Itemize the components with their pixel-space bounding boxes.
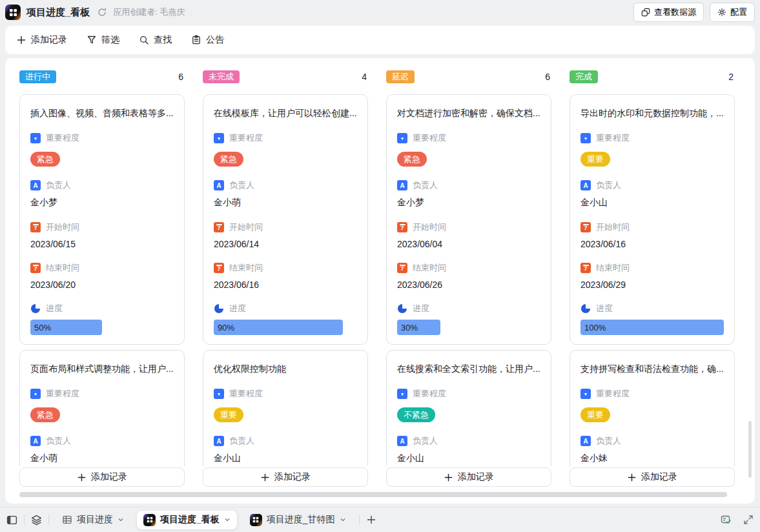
chevron-down-icon <box>340 517 346 523</box>
column-card-list: 在线模板库，让用户可以轻松创建... ▼ 重要程度 紧急 A 负责人 金小萌 7… <box>203 94 368 466</box>
divider <box>359 515 360 525</box>
owner-field-label-row: A 负责人 <box>30 435 174 447</box>
date-field-icon: 7 <box>214 222 224 232</box>
tab-grid-view[interactable]: 项目进度 <box>56 511 130 529</box>
priority-field-label-row: ▼ 重要程度 <box>397 132 540 144</box>
owner-field-label-row: A 负责人 <box>397 435 540 447</box>
priority-field-label-row: ▼ 重要程度 <box>30 388 174 400</box>
end-value: 2023/06/20 <box>30 280 174 290</box>
progress-field-label: 进度 <box>596 303 613 314</box>
owner-value: 金小山 <box>214 453 357 464</box>
app-logo-icon <box>5 5 21 20</box>
priority-field-label-row: ▼ 重要程度 <box>214 132 357 144</box>
priority-field-label-row: ▼ 重要程度 <box>397 388 540 400</box>
top-header: 项目进度_看板 应用创建者: 毛燕庆 查看数据源 配置 <box>0 0 760 25</box>
kanban-card[interactable]: 导出时的水印和元数据控制功能，... ▼ 重要程度 重要 A 负责人 金小山 7… <box>570 94 735 345</box>
add-record-column-button[interactable]: 添加记录 <box>19 467 185 487</box>
column-header: 完成 2 <box>570 70 735 84</box>
toolbar: 添加记录 筛选 查找 公告 <box>5 26 755 54</box>
single-select-field-icon: ▼ <box>30 133 41 143</box>
add-record-toolbar-label: 添加记录 <box>31 34 67 46</box>
end-field-label-row: 7 结束时间 <box>214 262 357 274</box>
end-field-label-row: 7 结束时间 <box>397 262 540 274</box>
kanban-card[interactable]: 支持拼写检查和语法检查功能，确... ▼ 重要程度 重要 A 负责人 金小妹 7… <box>570 350 735 466</box>
view-data-source-button[interactable]: 查看数据源 <box>633 3 704 22</box>
date-field-icon: 7 <box>30 222 41 232</box>
date-field-icon: 7 <box>580 263 591 273</box>
person-field-icon: A <box>30 180 41 190</box>
sync-icon[interactable] <box>97 7 107 17</box>
start-field-label: 开始时间 <box>229 221 263 233</box>
kanban-card[interactable]: 优化权限控制功能 ▼ 重要程度 重要 A 负责人 金小山 7 开始时间 7 结束… <box>203 350 368 466</box>
owner-value: 金小山 <box>580 197 724 209</box>
date-field-icon: 7 <box>30 263 41 273</box>
priority-field-label-row: ▼ 重要程度 <box>214 388 357 400</box>
column-card-list: 插入图像、视频、音频和表格等多... ▼ 重要程度 紧急 A 负责人 金小梦 7… <box>19 94 185 466</box>
layers-stack-icon[interactable] <box>31 515 42 526</box>
add-record-column-label: 添加记录 <box>91 471 127 483</box>
status-badge[interactable]: 未完成 <box>203 70 240 83</box>
end-field-label: 结束时间 <box>46 262 79 274</box>
tab-gantt-view[interactable]: 项目进度_甘特图 <box>243 511 353 529</box>
add-record-column-button[interactable]: 添加记录 <box>570 467 735 487</box>
record-form-check-icon[interactable] <box>720 514 732 526</box>
single-select-field-icon: ▼ <box>214 389 224 399</box>
filter-funnel-icon <box>87 35 97 45</box>
add-record-column-label: 添加记录 <box>641 471 677 483</box>
tab-label: 项目进度_甘特图 <box>267 514 335 526</box>
add-record-column-button[interactable]: 添加记录 <box>386 467 551 487</box>
add-record-column-button[interactable]: 添加记录 <box>203 467 368 487</box>
add-record-toolbar-button[interactable]: 添加记录 <box>16 34 67 46</box>
kanban-card[interactable]: 页面布局和样式调整功能，让用户... ▼ 重要程度 紧急 A 负责人 金小萌 7… <box>19 350 185 466</box>
status-badge[interactable]: 进行中 <box>19 70 56 83</box>
card-title: 对文档进行加密和解密，确保文档... <box>397 107 540 119</box>
announcement-button[interactable]: 公告 <box>191 34 224 46</box>
add-record-column-label: 添加记录 <box>274 471 311 483</box>
priority-field-label: 重要程度 <box>413 388 446 400</box>
horizontal-scrollbar[interactable] <box>19 492 727 497</box>
tab-kanban-view-active[interactable]: 项目进度_看板 <box>137 511 237 529</box>
column-count: 4 <box>362 72 368 82</box>
progress-field-label: 进度 <box>413 303 429 314</box>
start-value: 2023/06/14 <box>214 239 357 249</box>
settings-button[interactable]: 配置 <box>710 3 755 22</box>
settings-label: 配置 <box>730 6 747 18</box>
filter-button[interactable]: 筛选 <box>87 34 119 46</box>
kanban-card[interactable]: 对文档进行加密和解密，确保文档... ▼ 重要程度 紧急 A 负责人 金小梦 7… <box>386 94 551 345</box>
owner-field-label: 负责人 <box>229 179 254 191</box>
owner-field-label-row: A 负责人 <box>30 179 174 191</box>
kanban-columns: 进行中 6 插入图像、视频、音频和表格等多... ▼ 重要程度 紧急 A 负责人… <box>19 70 755 487</box>
plus-icon <box>260 473 270 482</box>
find-button[interactable]: 查找 <box>139 34 172 46</box>
owner-field-label-row: A 负责人 <box>580 435 724 447</box>
column-card-list: 导出时的水印和元数据控制功能，... ▼ 重要程度 重要 A 负责人 金小山 7… <box>570 94 735 466</box>
kanban-card[interactable]: 插入图像、视频、音频和表格等多... ▼ 重要程度 紧急 A 负责人 金小梦 7… <box>19 94 185 345</box>
progress-field-label: 进度 <box>46 303 63 314</box>
progress-fill: 30% <box>397 320 440 335</box>
owner-field-label: 负责人 <box>229 435 254 447</box>
end-value: 2023/06/16 <box>214 280 357 290</box>
status-badge[interactable]: 延迟 <box>386 70 415 83</box>
status-badge[interactable]: 完成 <box>570 70 598 83</box>
progress-bar: 30% <box>397 320 540 335</box>
kanban-card[interactable]: 在线模板库，让用户可以轻松创建... ▼ 重要程度 紧急 A 负责人 金小萌 7… <box>203 94 368 345</box>
priority-tag: 紧急 <box>30 407 60 422</box>
plus-icon <box>444 473 453 482</box>
card-title: 插入图像、视频、音频和表格等多... <box>30 107 174 119</box>
owner-value: 金小萌 <box>214 197 357 209</box>
priority-field-label: 重要程度 <box>596 132 630 144</box>
owner-field-label: 负责人 <box>413 435 438 447</box>
progress-bar: 50% <box>30 320 174 335</box>
date-field-icon: 7 <box>214 263 224 273</box>
owner-value: 金小梦 <box>30 197 174 209</box>
plus-icon <box>627 473 637 482</box>
expand-fullscreen-icon[interactable] <box>743 515 754 525</box>
add-view-plus-icon[interactable] <box>366 515 376 525</box>
kanban-card[interactable]: 在线搜索和全文索引功能，让用户... ▼ 重要程度 不紧急 A 负责人 金小山 … <box>386 350 551 466</box>
find-label: 查找 <box>154 34 172 46</box>
kanban-column-delayed: 延迟 6 对文档进行加密和解密，确保文档... ▼ 重要程度 紧急 A 负责人 … <box>386 70 551 487</box>
vertical-scrollbar[interactable] <box>748 421 752 478</box>
single-select-field-icon: ▼ <box>580 389 591 399</box>
sidebar-toggle-icon[interactable] <box>6 515 17 526</box>
person-field-icon: A <box>580 436 591 446</box>
